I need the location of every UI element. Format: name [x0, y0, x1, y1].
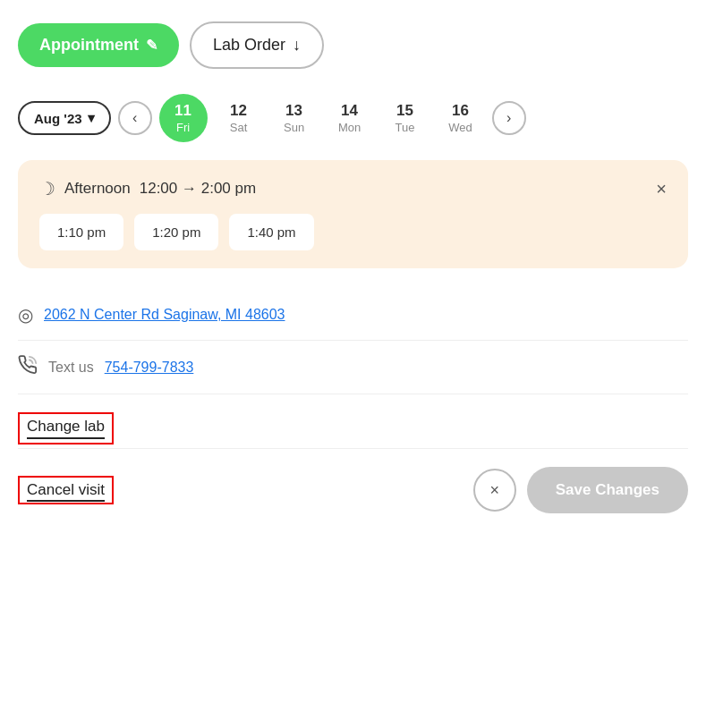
prev-nav-button[interactable]: ‹: [118, 101, 152, 135]
month-label: Aug '23: [34, 111, 82, 126]
lab-order-button[interactable]: Lab Order ↓: [190, 21, 324, 69]
day-item-sun[interactable]: 13 Sun: [270, 95, 319, 140]
chevron-left-icon: ‹: [132, 110, 137, 126]
day-name-tue: Tue: [396, 121, 415, 134]
info-section: ◎ 2062 N Center Rd Saginaw, MI 48603 Tex…: [18, 290, 688, 394]
afternoon-close-button[interactable]: ×: [656, 179, 667, 199]
calendar-row: Aug '23 ▾ ‹ 11 Fri 12 Sat 13 Sun 14 Mon …: [18, 94, 688, 142]
next-nav-button[interactable]: ›: [492, 101, 526, 135]
afternoon-header: ☽ Afternoon 12:00 → 2:00 pm ×: [39, 178, 667, 199]
moon-icon: ☽: [39, 178, 55, 199]
address-text[interactable]: 2062 N Center Rd Saginaw, MI 48603: [44, 307, 285, 323]
day-name-sat: Sat: [230, 121, 248, 134]
time-slots: 1:10 pm 1:20 pm 1:40 pm: [39, 214, 667, 250]
phone-number[interactable]: 754-799-7833: [105, 360, 194, 376]
day-num-12: 12: [230, 102, 247, 120]
time-slot-1-label: 1:10 pm: [57, 224, 106, 240]
chevron-right-icon: ›: [506, 110, 511, 126]
change-lab-row: Change lab: [18, 394, 688, 449]
day-item-tue[interactable]: 15 Tue: [381, 95, 430, 140]
day-item-wed[interactable]: 16 Wed: [437, 95, 485, 140]
day-name-wed: Wed: [448, 121, 472, 134]
address-row: ◎ 2062 N Center Rd Saginaw, MI 48603: [18, 290, 688, 341]
appointment-label: Appointment: [39, 36, 139, 55]
afternoon-title: ☽ Afternoon 12:00 → 2:00 pm: [39, 178, 256, 199]
download-icon: ↓: [293, 36, 301, 55]
cancel-visit-highlight-box: Cancel visit: [18, 476, 114, 504]
appointment-button[interactable]: Appointment ✎: [18, 23, 179, 67]
right-actions: × Save Changes: [473, 467, 688, 513]
afternoon-card: ☽ Afternoon 12:00 → 2:00 pm × 1:10 pm 1:…: [18, 160, 688, 268]
time-slot-2-label: 1:20 pm: [152, 224, 200, 240]
save-changes-label: Save Changes: [556, 481, 659, 498]
close-icon: ×: [490, 481, 500, 500]
time-slot-1[interactable]: 1:10 pm: [39, 214, 123, 250]
day-num-14: 14: [341, 102, 358, 120]
phone-row: Text us 754-799-7833: [18, 341, 688, 394]
day-name-fri: Fri: [176, 121, 190, 134]
month-selector[interactable]: Aug '23 ▾: [18, 101, 111, 135]
day-num-15: 15: [396, 102, 413, 120]
time-slot-3-label: 1:40 pm: [247, 224, 295, 240]
chevron-down-icon: ▾: [88, 110, 95, 126]
afternoon-label: Afternoon: [64, 180, 131, 198]
day-item-mon[interactable]: 14 Mon: [326, 95, 374, 140]
header-row: Appointment ✎ Lab Order ↓: [18, 21, 688, 69]
change-lab-highlight-box: Change lab: [18, 412, 114, 444]
day-num-11: 11: [174, 102, 191, 120]
day-num-16: 16: [452, 102, 469, 120]
time-range: 12:00 → 2:00 pm: [140, 180, 256, 198]
save-changes-button[interactable]: Save Changes: [527, 467, 688, 513]
day-name-mon: Mon: [338, 121, 361, 134]
footer-row: Cancel visit × Save Changes: [18, 449, 688, 517]
day-name-sun: Sun: [284, 121, 304, 134]
edit-icon: ✎: [146, 37, 157, 54]
time-slot-2[interactable]: 1:20 pm: [134, 214, 218, 250]
text-us-label: Text us: [48, 360, 94, 376]
location-icon: ◎: [18, 304, 33, 326]
time-slot-3[interactable]: 1:40 pm: [229, 214, 313, 250]
change-lab-link[interactable]: Change lab: [27, 418, 105, 439]
day-item-sat[interactable]: 12 Sat: [215, 95, 263, 140]
discard-changes-button[interactable]: ×: [473, 469, 516, 512]
day-item-fri[interactable]: 11 Fri: [159, 94, 208, 142]
phone-icon: [18, 355, 38, 379]
day-num-13: 13: [285, 102, 302, 120]
cancel-visit-link[interactable]: Cancel visit: [27, 481, 105, 502]
lab-order-label: Lab Order: [213, 36, 285, 55]
